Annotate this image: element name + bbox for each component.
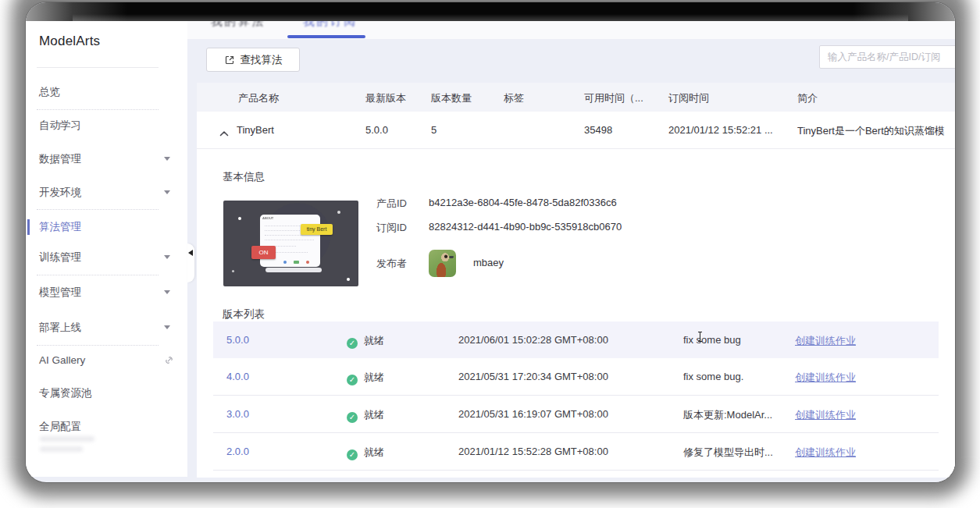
sidebar-item-label: AI Gallery — [39, 354, 85, 366]
text-cursor — [697, 332, 703, 343]
status-badge: ✓就绪 — [347, 334, 384, 349]
chevron-down-icon — [164, 290, 170, 294]
product-desc: TinyBert是一个Bert的知识蒸馏模 — [797, 124, 945, 138]
thumb-laptop-base — [265, 268, 322, 272]
create-training-job-link[interactable]: 创建训练作业 — [795, 446, 856, 460]
sidebar-item-label: 部署上线 — [39, 321, 81, 335]
version-row[interactable]: 4.0.0 ✓就绪 2021/05/31 17:20:34 GMT+08:00 … — [213, 358, 939, 396]
basic-info-title: 基本信息 — [223, 170, 265, 184]
create-training-job-link[interactable]: 创建训练作业 — [795, 408, 856, 422]
sidebar-item-deployment[interactable]: 部署上线 — [26, 320, 187, 336]
column-header: 简介 — [797, 91, 818, 105]
table-header: 产品名称 最新版本 版本数量 标签 可用时间（... 订阅时间 简介 — [197, 83, 955, 112]
column-header: 产品名称 — [238, 91, 279, 105]
smudge — [40, 446, 83, 452]
divider — [37, 67, 159, 68]
sidebar-item-auto-learning[interactable]: 自动学习 — [26, 118, 187, 133]
sidebar-item-label: 模型管理 — [39, 286, 81, 300]
external-link-icon — [165, 355, 173, 367]
active-indicator — [27, 219, 30, 235]
version-link[interactable]: 2.0.0 — [226, 446, 249, 457]
check-icon: ✓ — [347, 449, 358, 460]
sidebar-item-label: 训练管理 — [39, 250, 81, 265]
check-icon: ✓ — [347, 375, 358, 385]
expanded-detail: 基本信息 ABOUT tiny Bert ON 产品ID — [197, 150, 955, 478]
version-link[interactable]: 5.0.0 — [226, 334, 249, 346]
product-thumbnail: ABOUT tiny Bert ON — [223, 201, 358, 286]
app-window: ModelArts 总览 自动学习 数据管理 开发环境 算法管理 训练管理 模型… — [26, 2, 955, 482]
version-count: 5 — [431, 124, 437, 136]
column-header: 订阅时间 — [668, 91, 709, 105]
sidebar-item-training-management[interactable]: 训练管理 — [26, 250, 187, 265]
field-label: 发布者 — [376, 257, 407, 271]
find-algorithm-label: 查找算法 — [241, 53, 283, 67]
product-name-link[interactable]: TinyBert — [237, 124, 274, 136]
available-time: 35498 — [584, 124, 612, 136]
version-row[interactable]: 5.0.0 ✓就绪 2021/06/01 15:02:28 GMT+08:00 … — [213, 321, 939, 359]
sidebar-item-label: 全局配置 — [39, 420, 81, 434]
sidebar-item-label: 专属资源池 — [39, 386, 92, 400]
version-time: 2021/06/01 15:02:28 GMT+08:00 — [458, 334, 608, 346]
sidebar-item-overview[interactable]: 总览 — [26, 84, 187, 100]
chevron-up-icon[interactable] — [219, 126, 229, 140]
chevron-down-icon — [164, 325, 170, 329]
column-header: 可用时间（... — [584, 91, 643, 105]
version-row[interactable]: 3.0.0 ✓就绪 2021/05/31 16:19:07 GMT+08:00 … — [213, 396, 939, 433]
publisher-name: mbaey — [473, 257, 504, 268]
divider — [37, 275, 159, 275]
field-label: 订阅ID — [376, 221, 407, 235]
create-training-job-link[interactable]: 创建训练作业 — [795, 334, 856, 348]
version-link[interactable]: 3.0.0 — [226, 408, 249, 420]
status-badge: ✓就绪 — [347, 371, 384, 385]
thumb-on-button: ON — [251, 246, 276, 259]
sidebar-item-label: 开发环境 — [39, 186, 81, 200]
main-area: 我的算法 我的订阅 查找算法 输入产品名称/产品ID/订阅 产品名称 最新版本 … — [187, 21, 955, 482]
latest-version: 5.0.0 — [365, 124, 388, 136]
check-icon: ✓ — [347, 412, 358, 423]
thumb-icons — [283, 261, 309, 264]
chevron-down-icon — [164, 190, 170, 194]
version-desc: fix some bug. — [683, 371, 743, 382]
version-time: 2021/05/31 17:20:34 GMT+08:00 — [458, 371, 608, 382]
column-header: 标签 — [504, 91, 524, 105]
version-time: 2021/05/31 16:19:07 GMT+08:00 — [458, 408, 608, 420]
smudge — [40, 436, 94, 442]
chevron-down-icon — [164, 255, 170, 259]
sidebar-item-dev-environment[interactable]: 开发环境 — [26, 185, 187, 201]
thumb-tag: tiny Bert — [301, 224, 333, 235]
divider — [37, 345, 159, 346]
sidebar-item-algorithm-management[interactable]: 算法管理 — [26, 219, 187, 235]
version-row[interactable]: 2.0.0 ✓就绪 2021/01/12 15:52:28 GMT+08:00 … — [213, 433, 939, 471]
status-badge: ✓就绪 — [347, 408, 384, 423]
sidebar-item-model-management[interactable]: 模型管理 — [26, 285, 187, 300]
brand-title: ModelArts — [39, 34, 100, 49]
find-icon — [224, 55, 235, 66]
find-algorithm-button[interactable]: 查找算法 — [206, 48, 300, 72]
sidebar-item-label: 自动学习 — [39, 119, 81, 133]
divider — [37, 209, 159, 210]
column-header: 最新版本 — [365, 91, 406, 105]
sidebar-item-global-config[interactable]: 全局配置 — [26, 419, 187, 435]
create-training-job-link[interactable]: 创建训练作业 — [795, 371, 856, 385]
active-tab-underline — [287, 35, 365, 38]
search-placeholder: 输入产品名称/产品ID/订阅 — [828, 51, 940, 64]
sidebar-item-data-management[interactable]: 数据管理 — [26, 151, 187, 167]
top-black-bar — [26, 2, 955, 21]
subscribe-time: 2021/01/12 15:52:21 ... — [668, 124, 773, 136]
sidebar-item-ai-gallery[interactable]: AI Gallery — [26, 353, 187, 369]
table-row[interactable]: TinyBert 5.0.0 5 35498 2021/01/12 15:52:… — [197, 112, 955, 149]
field-value: 82824312-d441-4b90-bb9c-535918cb0670 — [429, 221, 622, 233]
sidebar-item-label: 数据管理 — [39, 152, 81, 166]
field-value: b4212a3e-6804-45fe-8478-5da82f0336c6 — [429, 197, 617, 208]
version-list-title: 版本列表 — [223, 307, 265, 321]
thumb-about-label: ABOUT — [262, 216, 273, 220]
sidebar: ModelArts 总览 自动学习 数据管理 开发环境 算法管理 训练管理 模型… — [26, 21, 187, 477]
version-desc: 版本更新:ModelAr... — [683, 408, 772, 422]
sidebar-item-dedicated-pool[interactable]: 专属资源池 — [26, 385, 187, 401]
sidebar-collapse-handle[interactable] — [187, 243, 194, 282]
search-input[interactable]: 输入产品名称/产品ID/订阅 — [819, 45, 955, 69]
version-link[interactable]: 4.0.0 — [226, 371, 249, 382]
version-time: 2021/01/12 15:52:28 GMT+08:00 — [458, 446, 608, 457]
version-desc: 修复了模型导出时... — [683, 446, 773, 460]
divider — [37, 109, 159, 110]
